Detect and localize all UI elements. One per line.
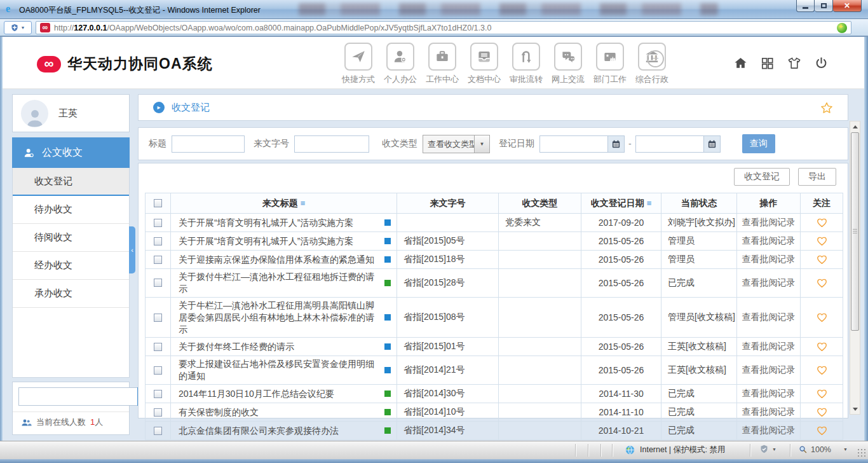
heart-follow-icon[interactable] — [801, 403, 843, 422]
sidebar-item-1[interactable]: 待办收文 — [13, 196, 129, 224]
favorite-star-icon[interactable] — [820, 101, 834, 115]
table-row[interactable]: 关于开展“培育文明有礼城开人”活动实施方案省指[2015]05号2015-05-… — [146, 232, 843, 251]
sidebar-item-2[interactable]: 待阅收文 — [13, 224, 129, 252]
heart-follow-icon[interactable] — [801, 385, 843, 403]
table-row[interactable]: 关于开展“培育文明有礼城开人”活动实施方案党委来文2017-09-20刘晓宇[收… — [146, 214, 843, 232]
view-record-link[interactable]: 查看批阅记录 — [742, 277, 796, 287]
filter-type-select[interactable]: 查看收文类型 ▼ — [423, 135, 490, 153]
view-record-link[interactable]: 查看批阅记录 — [742, 254, 796, 264]
table-row[interactable]: 关于迎接南京保监办保险信用体系检查的紧急通知省指[2015]18号2015-05… — [146, 251, 843, 269]
heart-follow-icon[interactable] — [801, 269, 843, 298]
register-document-button[interactable]: 收文登记 — [734, 168, 790, 186]
sidebar-section-gongwenshouwen[interactable]: 公文收文 — [12, 137, 130, 168]
zoom-control[interactable]: 100% ▼ — [798, 445, 848, 454]
table-row[interactable]: 关于牛栏江—滇池补水工程征用嵩明县嵩阳镇山脚居委会第四居民小组有林地地上林木补偿… — [146, 297, 843, 338]
browser-addressbar: ▼ ∞ http://127.0.0.1/OAapp/WebObjects/OA… — [0, 19, 868, 37]
theme-shirt-icon[interactable] — [787, 56, 802, 71]
doc-title[interactable]: 北京金信集团有限公司来宾参观接待办法 — [179, 425, 339, 436]
table-row[interactable]: 要求上报建设征占地补偿及移民安置资金使用明细的通知省指[2014]21号2015… — [146, 356, 843, 385]
scrollbar-thumb[interactable] — [851, 132, 859, 331]
table-row[interactable]: 2014年11月30日10月工作总结会议纪要省指[2014]30号2014-11… — [146, 385, 843, 403]
sidebar-collapse-handle[interactable]: ‹ — [129, 226, 135, 273]
row-checkbox[interactable] — [154, 408, 162, 417]
view-record-link[interactable]: 查看批阅记录 — [742, 217, 796, 227]
table-row[interactable]: 北京金信集团有限公司来宾参观接待办法省指[2014]34号2014-10-21已… — [146, 422, 843, 440]
row-checkbox[interactable] — [154, 279, 162, 287]
minimize-button[interactable] — [796, 0, 815, 12]
heart-follow-icon[interactable] — [801, 251, 843, 269]
sidebar-search-input[interactable] — [18, 387, 137, 406]
table-row[interactable]: 有关保密制度的收文省指[2014]10号2014-11-10已完成查看批阅记录 — [146, 403, 843, 422]
doc-title[interactable]: 关于开展“培育文明有礼城开人”活动实施方案 — [179, 236, 353, 246]
scroll-up-arrow[interactable] — [850, 121, 860, 132]
view-record-link[interactable]: 查看批阅记录 — [742, 312, 796, 322]
calendar-icon[interactable] — [704, 135, 721, 153]
home-icon[interactable] — [733, 56, 748, 71]
resize-grip[interactable] — [857, 448, 866, 457]
nav-item-2[interactable]: 工作中心 — [425, 43, 459, 85]
sidebar-item-3[interactable]: 经办收文 — [13, 252, 129, 280]
close-button[interactable]: ✕ — [833, 0, 862, 12]
query-button[interactable]: 查询 — [742, 134, 775, 153]
table-row[interactable]: 关于拨付年终工作经费的请示省指[2015]01号2015-05-26王英[收文核… — [146, 338, 843, 356]
nav-item-3[interactable]: 文档中心 — [467, 43, 501, 85]
row-checkbox[interactable] — [154, 427, 162, 435]
filter-date-from-input[interactable] — [539, 135, 608, 153]
row-checkbox[interactable] — [154, 314, 162, 322]
nav-item-1[interactable]: 个人办公 — [383, 43, 417, 85]
doc-title[interactable]: 关于牛栏江—滇池补水工程征用嵩明县嵩阳镇山脚居委会第四居民小组有林地地上林木补偿… — [179, 300, 374, 335]
row-checkbox[interactable] — [154, 219, 162, 227]
col-title[interactable]: 来文标题≡ — [171, 193, 397, 214]
shield-add-button[interactable]: ▼ — [4, 21, 32, 34]
filter-date-to-input[interactable] — [635, 135, 704, 153]
doc-title[interactable]: 2014年11月30日10月工作总结会议纪要 — [179, 389, 334, 399]
view-record-link[interactable]: 查看批阅记录 — [742, 406, 796, 417]
sort-icon[interactable]: ≡ — [301, 198, 306, 208]
view-record-link[interactable]: 查看批阅记录 — [742, 425, 796, 435]
doc-title[interactable]: 要求上报建设征占地补偿及移民安置资金使用明细的通知 — [179, 359, 374, 381]
sidebar-item-4[interactable]: 承办收文 — [13, 280, 129, 308]
doc-title[interactable]: 关于开展“培育文明有礼城开人”活动实施方案 — [179, 218, 353, 228]
doc-title[interactable]: 有关保密制度的收文 — [179, 407, 259, 417]
sidebar-item-0[interactable]: 收文登记 — [13, 168, 129, 196]
nav-item-0[interactable]: 快捷方式 — [341, 43, 376, 85]
heart-follow-icon[interactable] — [801, 338, 843, 356]
url-field[interactable]: ∞ http://127.0.0.1/OAapp/WebObjects/OAap… — [36, 21, 851, 34]
heart-follow-icon[interactable] — [801, 356, 843, 385]
view-record-link[interactable]: 查看批阅记录 — [742, 364, 796, 375]
nav-item-5[interactable]: 网上交流 — [551, 43, 585, 85]
add-module-icon[interactable]: + — [647, 50, 664, 67]
doc-title[interactable]: 关于迎接南京保监办保险信用体系检查的紧急通知 — [179, 254, 374, 265]
doc-title[interactable]: 关于拨付牛栏江—滇池补水工程征租地拆迁费的请示 — [179, 272, 374, 294]
doc-title[interactable]: 关于拨付年终工作经费的请示 — [179, 342, 294, 352]
power-logout-icon[interactable] — [814, 56, 829, 71]
filter-status-control[interactable]: ▼ — [759, 445, 776, 454]
col-date[interactable]: 收文登记日期≡ — [581, 193, 661, 214]
row-checkbox[interactable] — [154, 366, 162, 375]
heart-follow-icon[interactable] — [801, 422, 843, 440]
heart-follow-icon[interactable] — [801, 232, 843, 251]
row-checkbox[interactable] — [154, 390, 162, 398]
row-checkbox[interactable] — [154, 343, 162, 351]
calendar-icon[interactable] — [608, 135, 625, 153]
heart-follow-icon[interactable] — [801, 214, 843, 232]
scroll-down-arrow[interactable] — [850, 404, 860, 414]
filter-title-input[interactable] — [172, 135, 245, 153]
page-scrollbar[interactable] — [850, 121, 860, 415]
browser-extension-icon[interactable]: + — [837, 23, 847, 33]
nav-item-6[interactable]: 部门工作 — [593, 43, 627, 85]
select-all-checkbox[interactable] — [154, 199, 162, 207]
view-record-link[interactable]: 查看批阅记录 — [742, 388, 796, 398]
row-checkbox[interactable] — [154, 256, 162, 264]
sort-icon[interactable]: ≡ — [647, 198, 652, 208]
table-row[interactable]: 关于拨付牛栏江—滇池补水工程征租地拆迁费的请示省指[2015]28号2015-0… — [146, 269, 843, 298]
nav-item-4[interactable]: 审批流转 — [509, 43, 543, 85]
view-record-link[interactable]: 查看批阅记录 — [742, 235, 796, 245]
row-checkbox[interactable] — [154, 237, 162, 245]
view-record-link[interactable]: 查看批阅记录 — [742, 341, 796, 351]
filter-docno-input[interactable] — [294, 135, 369, 153]
heart-follow-icon[interactable] — [801, 297, 843, 338]
maximize-button[interactable] — [815, 0, 833, 12]
export-button[interactable]: 导出 — [798, 168, 836, 186]
grid-apps-icon[interactable] — [760, 56, 775, 71]
